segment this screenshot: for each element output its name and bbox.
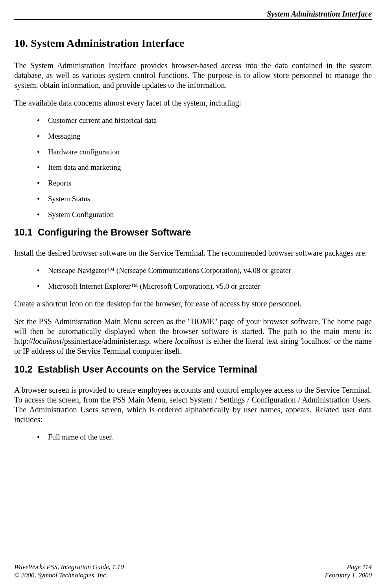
footer-row-2: © 2000, Symbol Technologies, Inc. Februa… — [14, 571, 372, 579]
subsection-title: Establish User Accounts on the Service T… — [38, 364, 257, 375]
subsection-heading-1: 10.1 Configuring the Browser Software — [14, 227, 372, 238]
text-run-italic: localhost — [175, 337, 203, 345]
sub1-paragraph-1: Install the desired browser software on … — [14, 248, 372, 258]
subsection-heading-2: 10.2 Establish User Accounts on the Serv… — [14, 364, 372, 375]
intro-paragraph-1: The System Administration Interface prov… — [14, 61, 372, 90]
footer-left-copyright: © 2000, Symbol Technologies, Inc. — [14, 571, 108, 579]
list-item: Customer current and historical data — [48, 116, 372, 125]
page-footer: WaveWorks PSS, Integration Guide, 1.10 P… — [14, 561, 372, 580]
footer-left-doc: WaveWorks PSS, Integration Guide, 1.10 — [14, 563, 124, 571]
section-title: System Administration Interface — [31, 37, 184, 49]
list-item: System Status — [48, 194, 372, 204]
header-rule — [14, 19, 372, 20]
list-item: Messaging — [48, 132, 372, 141]
browser-list: Netscape Navigator™ (Netscape Communicat… — [14, 266, 372, 291]
subsection-title: Configuring the Browser Software — [38, 227, 191, 237]
footer-right-page: Page 114 — [347, 563, 372, 571]
userdata-list: Full name of the user. — [14, 432, 372, 442]
section-number: 10. — [14, 37, 28, 49]
sub1-paragraph-2: Create a shortcut icon on the desktop fo… — [14, 299, 372, 309]
running-header: System Administration Interface — [14, 9, 372, 19]
footer-rule — [14, 561, 372, 561]
list-item: Reports — [48, 178, 372, 188]
list-item: Microsoft Internet Explorer™ (Microsoft … — [48, 282, 372, 291]
list-item: Hardware configuration — [48, 147, 372, 157]
text-run-italic: localhost — [33, 337, 62, 345]
subsection-number: 10.2 — [14, 364, 33, 375]
intro-paragraph-2: The available data concerns almost every… — [14, 98, 372, 108]
sub2-paragraph-1: A browser screen is provided to create e… — [14, 385, 372, 425]
section-heading: 10. System Administration Interface — [14, 37, 372, 50]
text-run: /pssinterface/administer.asp, where — [62, 337, 175, 345]
list-item: Full name of the user. — [48, 432, 372, 442]
list-item: Netscape Navigator™ (Netscape Communicat… — [48, 266, 372, 275]
subsection-number: 10.1 — [14, 227, 33, 237]
list-item: Item data and marketing — [48, 163, 372, 172]
facet-list: Customer current and historical data Mes… — [14, 116, 372, 219]
list-item: System Configuration — [48, 210, 372, 219]
footer-right-date: February 1, 2000 — [325, 571, 372, 579]
sub1-paragraph-3: Set the PSS Administration Main Menu scr… — [14, 317, 372, 356]
footer-row-1: WaveWorks PSS, Integration Guide, 1.10 P… — [14, 563, 372, 571]
